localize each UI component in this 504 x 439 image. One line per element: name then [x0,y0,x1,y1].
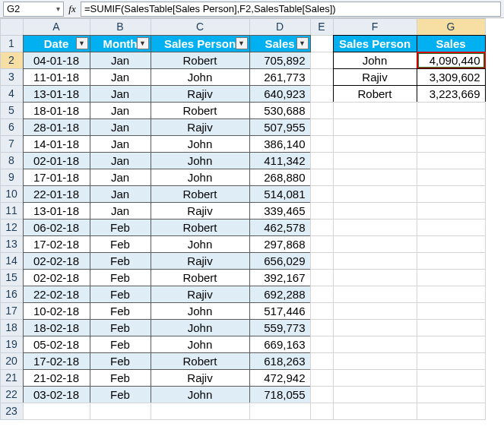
cell-date[interactable]: 17-02-18 [23,352,90,370]
empty-cell[interactable] [417,386,486,403]
cell-sales[interactable]: 411,342 [249,152,311,169]
row-header[interactable]: 15 [0,269,24,286]
spreadsheet-grid[interactable]: ABCDEFG1Date▼Month▼Sales Person▼Sales▼Sa… [0,18,504,419]
empty-cell[interactable] [417,403,486,420]
empty-cell[interactable] [310,118,334,136]
cell-month[interactable]: Feb [90,319,151,336]
empty-cell[interactable] [310,403,334,420]
cell-person[interactable]: Robert [151,219,250,236]
empty-cell[interactable] [333,135,417,153]
cell-month[interactable]: Feb [90,269,151,286]
cell-month[interactable]: Jan [90,118,151,136]
cell-month[interactable]: Feb [90,386,151,403]
cell-date[interactable]: 18-02-18 [23,319,90,336]
empty-cell[interactable] [417,118,486,136]
cell-month[interactable]: Jan [90,202,151,220]
row-header[interactable]: 12 [0,219,24,236]
cell-month[interactable]: Jan [90,152,151,169]
cell-month[interactable]: Jan [90,52,151,69]
empty-cell[interactable] [333,269,417,286]
empty-cell[interactable] [310,202,334,220]
empty-cell[interactable] [417,252,486,270]
empty-cell[interactable] [333,169,417,186]
row-header[interactable]: 23 [0,403,24,420]
cell-month[interactable]: Feb [90,286,151,303]
empty-cell[interactable] [310,52,334,69]
cell-person[interactable]: Rajiv [151,369,250,387]
cell-date[interactable]: 18-01-18 [23,102,90,119]
empty-cell[interactable] [333,336,417,353]
empty-cell[interactable] [310,336,334,353]
cell-date[interactable]: 13-01-18 [23,85,90,103]
cell-person[interactable]: Rajiv [151,286,250,303]
row-header[interactable]: 13 [0,235,24,253]
empty-cell[interactable] [417,202,486,220]
cell-date[interactable]: 06-02-18 [23,219,90,236]
empty-cell[interactable] [310,135,334,153]
empty-cell[interactable] [417,302,486,320]
empty-cell[interactable] [151,403,250,420]
cell-date[interactable]: 10-02-18 [23,302,90,320]
row-header[interactable]: 11 [0,202,24,220]
empty-cell[interactable] [333,319,417,336]
empty-cell[interactable] [333,219,417,236]
cell-person[interactable]: Rajiv [151,118,250,136]
cell-sales[interactable]: 462,578 [249,219,311,236]
row-header[interactable]: 18 [0,319,24,336]
cell-month[interactable]: Jan [90,185,151,203]
cell-sales[interactable]: 656,029 [249,252,311,270]
row-header[interactable]: 14 [0,252,24,270]
empty-cell[interactable] [310,185,334,203]
empty-cell[interactable] [333,386,417,403]
empty-cell[interactable] [417,152,486,169]
empty-cell[interactable] [417,336,486,353]
cell-person[interactable]: John [151,152,250,169]
empty-cell[interactable] [417,135,486,153]
cell-sales[interactable]: 297,868 [249,235,311,253]
cell-sales[interactable]: 705,892 [249,52,311,69]
filter-dropdown-icon[interactable]: ▼ [296,37,309,49]
empty-cell[interactable] [310,319,334,336]
row-header[interactable]: 21 [0,369,24,387]
select-all-corner[interactable] [0,18,24,36]
cell-sales[interactable]: 669,163 [249,336,311,353]
cell-person[interactable]: John [151,319,250,336]
empty-cell[interactable] [333,252,417,270]
cell-person[interactable]: John [151,235,250,253]
summary-person[interactable]: Robert [333,85,417,103]
formula-input[interactable]: =SUMIF(SalesTable[Sales Person],F2,Sales… [81,2,501,17]
cell-month[interactable]: Feb [90,302,151,320]
summary-sales[interactable]: 3,309,602 [417,68,486,86]
cell-sales[interactable]: 517,446 [249,302,311,320]
cell-sales[interactable]: 640,923 [249,85,311,103]
cell-person[interactable]: Robert [151,102,250,119]
column-header[interactable]: D [249,18,311,36]
cell-person[interactable]: John [151,169,250,186]
cell-date[interactable]: 28-01-18 [23,118,90,136]
cell-date[interactable]: 14-01-18 [23,135,90,153]
empty-cell[interactable] [310,235,334,253]
empty-cell[interactable] [310,169,334,186]
row-header[interactable]: 22 [0,386,24,403]
cell-person[interactable]: John [151,135,250,153]
row-header[interactable]: 9 [0,169,24,186]
empty-cell[interactable] [417,235,486,253]
cell-sales[interactable]: 339,465 [249,202,311,220]
table-header[interactable]: Date▼ [23,35,90,52]
empty-cell[interactable] [23,403,90,420]
row-header[interactable]: 17 [0,302,24,320]
row-header[interactable]: 8 [0,152,24,169]
empty-cell[interactable] [417,185,486,203]
summary-sales[interactable]: 3,223,669 [417,85,486,103]
empty-cell[interactable] [417,369,486,387]
table-header[interactable]: Sales▼ [249,35,311,52]
cell-sales[interactable]: 261,773 [249,68,311,86]
empty-cell[interactable] [333,352,417,370]
name-box[interactable]: G2 ▾ [3,2,64,17]
cell-person[interactable]: Robert [151,185,250,203]
cell-sales[interactable]: 507,955 [249,118,311,136]
empty-cell[interactable] [333,202,417,220]
cell-month[interactable]: Feb [90,252,151,270]
cell-date[interactable]: 13-01-18 [23,202,90,220]
empty-cell[interactable] [310,68,334,86]
